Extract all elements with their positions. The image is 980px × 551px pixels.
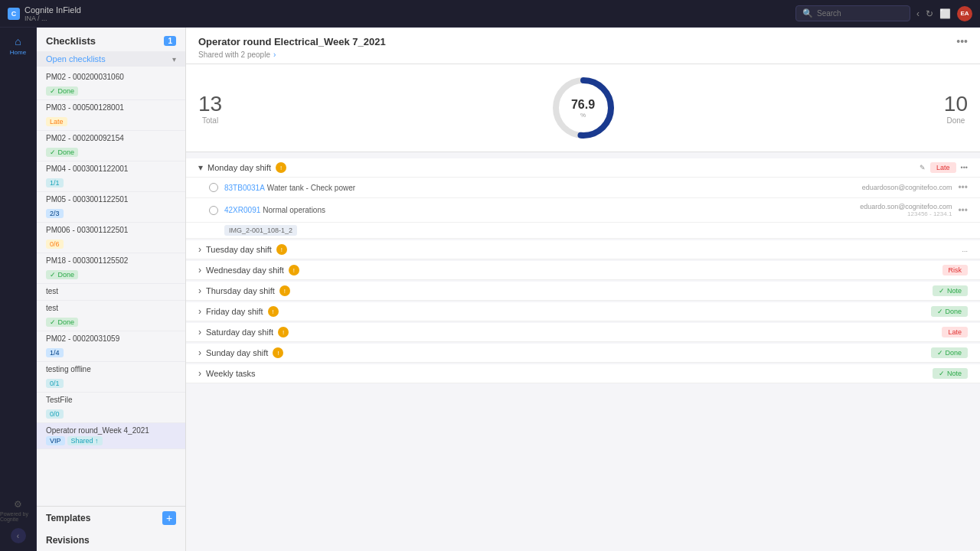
add-template-button[interactable]: + — [162, 511, 176, 525]
nav-bottom: ⚙ Powered by Cognite ‹ — [0, 499, 36, 543]
shift-header-tuesday[interactable]: › Tuesday day shift ! ... — [186, 240, 980, 259]
open-checklists-section[interactable]: Open checklists ▾ — [37, 51, 185, 67]
shift-more-icon[interactable]: ••• — [961, 164, 968, 171]
back-icon[interactable]: ‹ — [916, 8, 920, 19]
shift-header-left: › Sunday day shift ! — [198, 347, 283, 358]
shift-group-friday: › Friday day shift ! ✓ Done — [186, 302, 980, 321]
shift-name: Tuesday day shift — [206, 245, 272, 254]
assignee-email: eduardo.son@cognitefoo.com — [860, 203, 952, 210]
list-item[interactable]: PM02 - 000200092154 ✓ Done — [37, 131, 185, 161]
shift-name: Wednesday day shift — [206, 266, 284, 275]
search-bar[interactable]: 🔍 Search — [795, 5, 910, 21]
refresh-icon[interactable]: ↻ — [926, 8, 933, 19]
shift-status-dot: ! — [278, 327, 289, 337]
checklist-tag: ✓ Done — [46, 318, 78, 327]
checklist-list: PM02 - 000200031060 ✓ Done PM03 - 000500… — [37, 67, 185, 506]
shift-header-left: ▾ Monday day shift ! — [198, 162, 286, 173]
content-header: Operator round Electrical_Week 7_2021 ••… — [186, 28, 980, 64]
shift-risk-button[interactable]: Risk — [942, 265, 969, 276]
shift-header-left: › Saturday day shift ! — [198, 327, 289, 337]
window-icon[interactable]: ⬜ — [939, 8, 951, 19]
app-name-group: Cognite InField INA / ... — [24, 5, 81, 22]
shift-expand-icon: › — [198, 368, 201, 379]
list-item[interactable]: testing offline 0/1 — [37, 362, 185, 393]
shift-header-thursday[interactable]: › Thursday day shift ! ✓ Note — [186, 282, 980, 301]
shift-late-button[interactable]: Late — [942, 327, 968, 337]
shift-name: Saturday day shift — [206, 328, 273, 337]
nav-home[interactable]: ⌂ Home — [10, 35, 26, 56]
shift-header-friday[interactable]: › Friday day shift ! ✓ Done — [186, 302, 980, 321]
checklist-item-name: PM02 - 00020031059 — [46, 334, 176, 343]
app-name: Cognite InField — [24, 5, 81, 15]
shift-name: Friday day shift — [206, 307, 263, 316]
list-item[interactable]: PM04 - 0003001122001 1/1 — [37, 161, 185, 192]
list-item[interactable]: Operator round_Week 4_2021 VIP Shared ↑ — [37, 423, 185, 449]
topbar-right: 🔍 Search ‹ ↻ ⬜ EA — [795, 5, 972, 21]
list-item[interactable]: PM006 - 003001122501 0/6 — [37, 223, 185, 253]
task-more-icon[interactable]: ••• — [958, 182, 968, 193]
checklist-item-name: Operator round_Week 4_2021 — [46, 426, 176, 435]
shift-late-button[interactable]: Late — [930, 162, 956, 173]
shift-note-button[interactable]: ✓ Note — [933, 368, 968, 379]
list-item[interactable]: PM02 - 00020031059 1/4 — [37, 331, 185, 362]
templates-row: Templates + — [46, 511, 176, 525]
sidebar-badge: 1 — [164, 36, 176, 46]
more-options-icon[interactable]: ••• — [956, 35, 968, 47]
sub-chip: IMG_2-001_108-1_2 — [224, 225, 297, 236]
list-item[interactable]: PM02 - 000200031060 ✓ Done — [37, 70, 185, 100]
shift-header-left: › Friday day shift ! — [198, 306, 279, 317]
task-radio[interactable] — [209, 183, 218, 192]
list-item[interactable]: PM18 - 0003001125502 ✓ Done — [37, 253, 185, 284]
task-more-icon[interactable]: ••• — [958, 205, 968, 216]
shift-expand-icon: › — [198, 306, 201, 317]
shift-header-monday[interactable]: ▾ Monday day shift ! ✎ Late ••• — [186, 158, 980, 178]
task-item: 83TB0031A Water tank - Check power eduar… — [186, 178, 980, 198]
checklist-tag: 1/1 — [46, 178, 64, 187]
user-avatar[interactable]: EA — [957, 6, 972, 21]
task-radio[interactable] — [209, 206, 218, 215]
task-id: 42XR0091 — [224, 206, 260, 214]
shift-header-wednesday[interactable]: › Wednesday day shift ! Risk — [186, 261, 980, 280]
app-logo: C — [8, 8, 20, 20]
home-icon: ⌂ — [15, 35, 21, 47]
checklist-item-name: PM02 - 000200092154 — [46, 134, 176, 142]
shift-done-button[interactable]: ✓ Done — [931, 347, 968, 358]
content-title-row: Operator round Electrical_Week 7_2021 ••… — [198, 35, 968, 47]
list-item[interactable]: test ✓ Done — [37, 301, 185, 331]
task-assignee: eduardoson@cognitefoo.com — [862, 184, 952, 191]
assignee-time: 123456 - 1234.1 — [860, 210, 952, 217]
shift-actions: ✓ Note — [933, 368, 968, 379]
list-item[interactable]: TestFile 0/0 — [37, 393, 185, 423]
total-number: 13 — [198, 92, 222, 116]
donut-sublabel: % — [571, 112, 595, 119]
shift-name: Monday day shift — [207, 163, 271, 172]
shift-header-saturday[interactable]: › Saturday day shift ! Late — [186, 323, 980, 342]
shift-actions: Late — [942, 327, 968, 337]
list-item[interactable]: test — [37, 284, 185, 301]
list-item[interactable]: PM05 - 0003001122501 2/3 — [37, 192, 185, 223]
list-item[interactable]: PM03 - 000500128001 Late — [37, 100, 185, 131]
shift-actions: ✎ Late ••• — [920, 162, 968, 173]
donut-label: 76.9 % — [571, 98, 595, 119]
topbar: C Cognite InField INA / ... 🔍 Search ‹ ↻… — [0, 0, 980, 28]
task-assignee: eduardo.son@cognitefoo.com 123456 - 1234… — [860, 203, 952, 217]
done-label: Done — [946, 116, 965, 125]
shift-expand-icon: › — [198, 327, 201, 337]
checklist-item-name: PM18 - 0003001125502 — [46, 256, 176, 265]
shift-group-saturday: › Saturday day shift ! Late — [186, 323, 980, 342]
shift-header-weekly[interactable]: › Weekly tasks ✓ Note — [186, 364, 980, 383]
shift-done-button[interactable]: ✓ Done — [931, 306, 968, 317]
shift-note-button[interactable]: ✓ Note — [933, 285, 968, 296]
total-label: Total — [202, 116, 218, 125]
checklist-tag: 0/6 — [46, 240, 64, 249]
checklist-tag: ✓ Done — [46, 86, 78, 96]
shift-actions: ✓ Done — [931, 347, 968, 358]
checklist-tag: 1/4 — [46, 348, 64, 357]
task-description: Water tank - Check power — [267, 184, 355, 192]
collapse-sidebar-button[interactable]: ‹ — [11, 528, 26, 543]
shift-actions: Risk — [942, 265, 969, 276]
shift-status-dot: ! — [276, 162, 286, 173]
shift-header-sunday[interactable]: › Sunday day shift ! ✓ Done — [186, 344, 980, 363]
shared-arrow-icon[interactable]: › — [273, 51, 276, 59]
shift-more-icon[interactable]: ... — [962, 246, 968, 253]
